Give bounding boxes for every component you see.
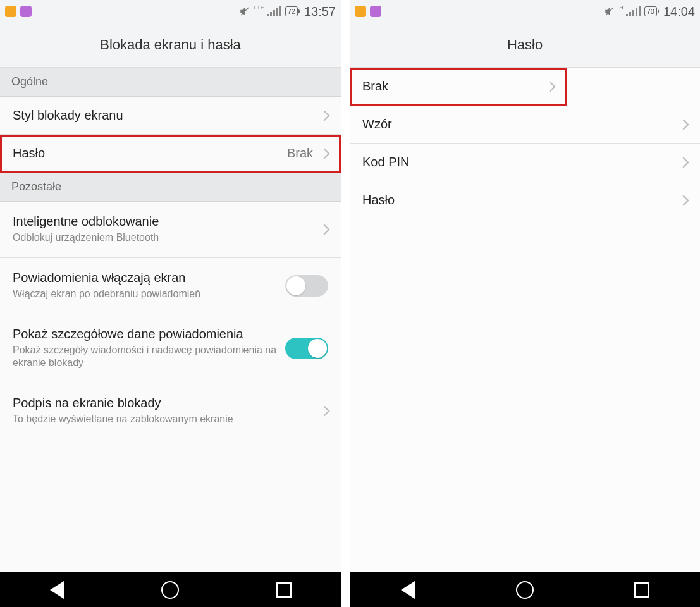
notification-icon [355, 6, 366, 17]
network-label: H [619, 4, 623, 11]
row-pattern[interactable]: Wzór [350, 106, 700, 144]
chevron-right-icon [679, 119, 689, 130]
network-label: LTE [254, 4, 264, 11]
chevron-right-icon [679, 157, 689, 168]
row-label: Podpis na ekranie blokady [13, 396, 321, 410]
row-lock-style[interactable]: Styl blokady ekranu [0, 97, 341, 135]
home-button[interactable] [513, 579, 536, 601]
section-header-general: Ogólne [0, 68, 341, 97]
row-sublabel: To będzie wyświetlane na zablokowanym ek… [13, 413, 321, 426]
settings-list: Ogólne Styl blokady ekranu Hasło Brak Po… [0, 68, 341, 572]
back-button[interactable] [46, 579, 68, 601]
toggle-notifications-wake[interactable] [285, 275, 328, 297]
row-label: Hasło [362, 193, 395, 207]
mute-icon [239, 6, 250, 17]
toggle-notification-details[interactable] [285, 338, 328, 359]
status-bar: H 70 14:04 [350, 0, 700, 23]
row-password[interactable]: Hasło [350, 181, 700, 219]
row-label: Inteligentne odblokowanie [13, 214, 321, 229]
row-label: Pokaż szczegółowe dane powiadomienia [13, 327, 285, 341]
row-none[interactable]: Brak [350, 68, 567, 106]
chevron-right-icon [319, 224, 330, 235]
chevron-right-icon [545, 81, 556, 92]
recent-button[interactable] [273, 579, 295, 601]
back-button[interactable] [396, 579, 419, 601]
home-button[interactable] [159, 579, 181, 601]
notification-icon [370, 6, 381, 17]
row-label: Powiadomienia włączają ekran [13, 271, 285, 285]
section-header-other: Pozostałe [0, 173, 341, 202]
row-sublabel: Pokaż szczegóły wiadomości i nadawcę pow… [13, 344, 285, 371]
clock: 13:57 [304, 4, 336, 19]
notification-icon [20, 6, 32, 17]
battery-icon: 70 [644, 6, 657, 16]
chevron-right-icon [319, 406, 330, 417]
row-notifications-wake[interactable]: Powiadomienia włączają ekran Włączaj ekr… [0, 258, 341, 314]
password-options-list: Brak Wzór Kod PIN Hasło [350, 68, 700, 572]
signal-icon [626, 6, 641, 16]
battery-icon: 72 [285, 6, 298, 16]
mute-icon [604, 6, 615, 17]
chevron-right-icon [319, 110, 330, 121]
phone-left: LTE 72 13:57 Blokada ekranu i hasła Ogól… [0, 0, 350, 607]
row-sublabel: Włączaj ekran po odebraniu powiadomień [13, 288, 285, 301]
row-notification-details[interactable]: Pokaż szczegółowe dane powiadomienia Pok… [0, 314, 341, 384]
row-label: Brak [362, 79, 388, 94]
signal-icon [267, 6, 281, 16]
nav-bar [0, 572, 341, 607]
row-label: Styl blokady ekranu [13, 108, 123, 123]
row-label: Wzór [362, 117, 392, 132]
status-bar: LTE 72 13:57 [0, 0, 341, 23]
page-title: Hasło [350, 23, 700, 68]
chevron-right-icon [319, 148, 330, 159]
page-title: Blokada ekranu i hasła [0, 23, 341, 68]
clock: 14:04 [663, 4, 695, 19]
row-password[interactable]: Hasło Brak [0, 135, 341, 173]
phone-right: H 70 14:04 Hasło Brak Wzór Kod PIN Hasło [350, 0, 700, 607]
row-lock-signature[interactable]: Podpis na ekranie blokady To będzie wyśw… [0, 383, 341, 439]
row-pin[interactable]: Kod PIN [350, 144, 700, 181]
recent-button[interactable] [630, 579, 653, 601]
row-smart-unlock[interactable]: Inteligentne odblokowanie Odblokuj urząd… [0, 202, 341, 258]
row-value: Brak [287, 146, 313, 161]
chevron-right-icon [679, 195, 689, 205]
row-sublabel: Odblokuj urządzeniem Bluetooth [13, 231, 321, 245]
nav-bar [350, 572, 700, 607]
notification-icon [5, 6, 16, 17]
row-label: Hasło [13, 146, 45, 161]
row-label: Kod PIN [362, 155, 409, 169]
